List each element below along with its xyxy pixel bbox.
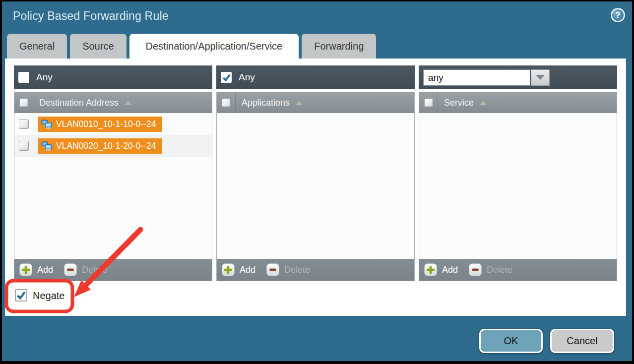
destination-select-all-checkbox[interactable] <box>19 98 28 107</box>
row-checkbox-cell <box>14 135 33 157</box>
delete-button[interactable] <box>64 263 77 276</box>
destination-any-label: Any <box>36 72 53 83</box>
check-icon <box>16 290 26 301</box>
add-button[interactable] <box>424 263 437 276</box>
delete-label[interactable]: Delete <box>284 265 310 275</box>
plus-icon <box>427 266 435 274</box>
help-icon[interactable]: ? <box>611 8 625 22</box>
applications-any-bar: Any <box>216 65 415 89</box>
service-table: Service Add Delete <box>419 92 617 281</box>
destination-any-checkbox[interactable] <box>18 72 29 83</box>
add-label[interactable]: Add <box>240 265 255 275</box>
delete-label[interactable]: Delete <box>82 265 108 275</box>
ok-button[interactable]: OK <box>479 329 543 353</box>
applications-column-label: Applications <box>242 98 290 108</box>
network-address-icon <box>41 141 52 151</box>
cancel-button[interactable]: Cancel <box>550 329 614 353</box>
address-object-chip[interactable]: VLAN0020_10-1-20-0--24 <box>38 138 162 154</box>
table-row: VLAN0010_10-1-10-0--24 <box>14 113 212 135</box>
address-object-label: VLAN0010_10-1-10-0--24 <box>56 119 156 129</box>
applications-any-label: Any <box>239 72 255 83</box>
destination-any-bar: Any <box>14 65 212 89</box>
destination-table: Destination Address VLAN0010 <box>14 92 212 281</box>
destination-footer-bar: Add Delete <box>14 259 212 281</box>
applications-header-checkbox-cell <box>217 92 236 113</box>
service-footer-bar: Add Delete <box>419 259 617 281</box>
applications-list <box>217 113 414 259</box>
delete-button[interactable] <box>469 263 482 276</box>
row-checkbox-cell <box>14 113 33 135</box>
service-column-label: Service <box>444 98 474 108</box>
tab-bar: General Source Destination/Application/S… <box>7 34 376 59</box>
tab-general[interactable]: General <box>7 34 67 59</box>
service-dropdown-value[interactable]: any <box>423 69 530 86</box>
add-button[interactable] <box>222 263 235 276</box>
table-row: VLAN0020_10-1-20-0--24 <box>14 135 212 157</box>
address-object-label: VLAN0020_10-1-20-0--24 <box>56 141 156 151</box>
applications-select-all-checkbox[interactable] <box>222 98 231 107</box>
applications-footer-bar: Add Delete <box>217 259 414 281</box>
chevron-down-icon <box>536 75 545 80</box>
negate-label: Negate <box>33 290 65 302</box>
add-label[interactable]: Add <box>37 265 53 275</box>
service-panel: any Service Add <box>419 65 617 281</box>
address-object-chip[interactable]: VLAN0010_10-1-10-0--24 <box>38 117 162 132</box>
plus-icon <box>224 266 232 274</box>
service-dropdown-bar: any <box>419 65 617 89</box>
sort-ascending-icon <box>295 101 303 105</box>
sort-ascending-icon <box>479 101 487 105</box>
network-address-icon <box>41 120 52 129</box>
add-label[interactable]: Add <box>442 265 458 275</box>
plus-icon <box>22 266 30 274</box>
delete-button[interactable] <box>266 263 279 276</box>
minus-icon <box>471 268 479 271</box>
row-checkbox[interactable] <box>19 141 29 151</box>
service-list <box>419 113 617 259</box>
check-icon <box>222 73 231 82</box>
destination-address-panel: Any Destination Address <box>14 65 212 281</box>
applications-table: Applications Add Delete <box>216 92 415 281</box>
applications-column-header[interactable]: Applications <box>217 92 414 113</box>
destination-column-header[interactable]: Destination Address <box>14 92 212 113</box>
tab-destination-application-service[interactable]: Destination/Application/Service <box>129 34 299 59</box>
service-select-all-checkbox[interactable] <box>424 98 433 107</box>
negate-checkbox[interactable] <box>15 289 27 302</box>
tab-forwarding[interactable]: Forwarding <box>302 34 376 59</box>
service-column-header[interactable]: Service <box>419 92 617 113</box>
dialog-title: Policy Based Forwarding Rule <box>13 9 169 23</box>
sort-ascending-icon <box>124 101 132 105</box>
tab-source[interactable]: Source <box>70 34 126 59</box>
service-dropdown: any <box>423 69 550 86</box>
applications-any-checkbox[interactable] <box>221 72 232 83</box>
minus-icon <box>269 268 277 271</box>
add-button[interactable] <box>19 263 32 276</box>
destination-header-checkbox-cell <box>14 92 33 113</box>
destination-list: VLAN0010_10-1-10-0--24 VLAN00 <box>14 113 212 259</box>
delete-label[interactable]: Delete <box>487 265 512 275</box>
minus-icon <box>66 268 74 271</box>
row-checkbox[interactable] <box>19 119 29 129</box>
applications-panel: Any Applications Add Delete <box>216 65 415 281</box>
service-dropdown-button[interactable] <box>531 69 550 86</box>
service-header-checkbox-cell <box>419 92 438 113</box>
destination-column-label: Destination Address <box>39 98 119 108</box>
